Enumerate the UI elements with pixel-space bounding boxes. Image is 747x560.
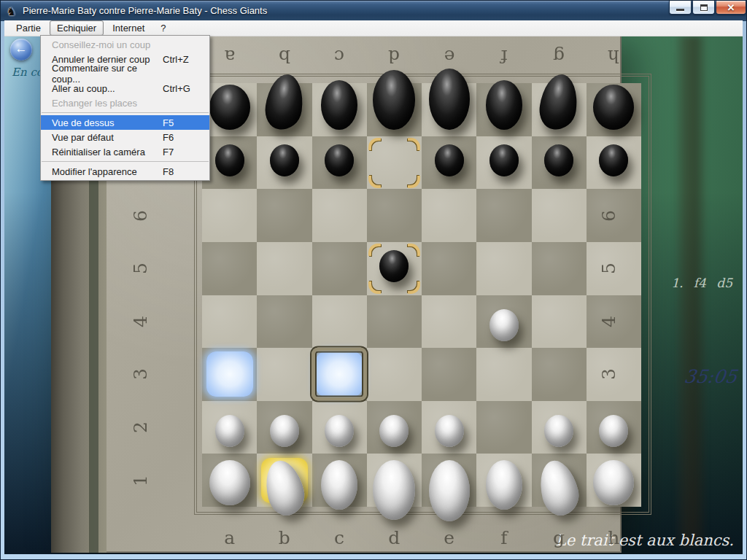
menu-item-vue-de-dessus[interactable]: Vue de dessus F5 bbox=[41, 115, 209, 130]
square-c5[interactable] bbox=[312, 242, 367, 295]
file-label-bottom-b: b bbox=[279, 527, 290, 548]
piece-white-pawn-a2[interactable] bbox=[215, 415, 244, 447]
square-f6[interactable] bbox=[476, 189, 531, 242]
square-f3[interactable] bbox=[476, 348, 531, 401]
piece-black-rook-a8[interactable] bbox=[209, 85, 250, 130]
menu-help[interactable]: ? bbox=[153, 20, 173, 36]
piece-white-rook-h1[interactable] bbox=[593, 460, 634, 505]
square-c6[interactable] bbox=[312, 189, 367, 242]
close-button[interactable]: ✕ bbox=[716, 1, 746, 15]
minimize-button[interactable] bbox=[669, 1, 692, 15]
square-e5[interactable] bbox=[422, 242, 476, 295]
square-d3[interactable] bbox=[367, 348, 422, 401]
file-label-top-e: e bbox=[444, 46, 454, 67]
rank-label-left-5: 5 bbox=[130, 262, 151, 274]
square-b3[interactable] bbox=[257, 348, 311, 401]
piece-black-pawn-c7[interactable] bbox=[325, 144, 354, 176]
menu-partie[interactable]: Partie bbox=[9, 20, 48, 36]
file-label-bottom-f: f bbox=[500, 527, 507, 548]
piece-black-pawn-d5[interactable] bbox=[379, 250, 409, 282]
piece-black-pawn-g7[interactable] bbox=[544, 144, 573, 176]
square-e6[interactable] bbox=[422, 189, 476, 242]
file-label-top-f: f bbox=[500, 46, 507, 67]
menu-item-vue-par-defaut[interactable]: Vue par défaut F6 bbox=[41, 130, 209, 144]
minimize-icon bbox=[676, 9, 684, 11]
menu-item-aller-au-coup[interactable]: Aller au coup... Ctrl+G bbox=[41, 81, 209, 96]
file-label-top-h: h bbox=[608, 46, 619, 67]
piece-white-pawn-h2[interactable] bbox=[599, 415, 628, 447]
back-button[interactable]: ← bbox=[10, 39, 32, 61]
square-e3[interactable] bbox=[422, 348, 476, 401]
file-label-top-b: b bbox=[279, 46, 290, 67]
menu-separator bbox=[42, 112, 209, 113]
file-label-bottom-e: e bbox=[444, 527, 454, 548]
menu-echiquier[interactable]: Echiquier bbox=[50, 20, 104, 36]
square-a4[interactable] bbox=[202, 295, 257, 349]
square-d4[interactable] bbox=[367, 295, 422, 349]
piece-white-queen-d1[interactable] bbox=[373, 460, 415, 520]
window-title: Pierre-Marie Baty contre Pierre-Marie Ba… bbox=[23, 5, 267, 16]
menu-item-reinitialiser-la-camera[interactable]: Réinitialiser la caméra F7 bbox=[41, 144, 209, 159]
square-g4[interactable] bbox=[532, 295, 587, 349]
piece-white-pawn-g2[interactable] bbox=[544, 415, 573, 447]
rank-label-left-3: 3 bbox=[130, 368, 151, 380]
app-icon: ♞ bbox=[7, 5, 20, 18]
piece-black-pawn-a7[interactable] bbox=[215, 144, 244, 176]
piece-white-king-e1[interactable] bbox=[429, 460, 470, 521]
rank-label-left-4: 4 bbox=[130, 316, 151, 327]
menu-item-echanger-les-places[interactable]: Echanger les places bbox=[41, 96, 209, 110]
turn-status: Le trait est aux blancs. bbox=[556, 532, 734, 549]
piece-white-rook-a1[interactable] bbox=[209, 460, 250, 505]
square-g3[interactable] bbox=[532, 348, 587, 401]
menu-internet[interactable]: Internet bbox=[105, 20, 152, 36]
square-d6[interactable] bbox=[367, 189, 422, 242]
rank-label-right-6: 6 bbox=[598, 210, 619, 222]
square-c4[interactable] bbox=[312, 295, 367, 349]
titlebar[interactable]: ♞ Pierre-Marie Baty contre Pierre-Marie … bbox=[1, 1, 746, 21]
piece-black-pawn-f7[interactable] bbox=[489, 144, 519, 176]
square-g5[interactable] bbox=[532, 242, 587, 295]
square-g6[interactable] bbox=[532, 189, 587, 242]
maximize-button[interactable] bbox=[692, 1, 715, 15]
menu-item-commentaire-sur-ce-coup[interactable]: Commentaire sur ce coup... bbox=[41, 66, 209, 81]
piece-white-pawn-f4[interactable] bbox=[489, 309, 519, 341]
square-f5[interactable] bbox=[476, 242, 531, 295]
piece-white-bishop-c1[interactable] bbox=[321, 460, 357, 510]
square-b6[interactable] bbox=[257, 189, 311, 242]
square-a5[interactable] bbox=[202, 242, 257, 295]
square-e4[interactable] bbox=[422, 295, 476, 349]
piece-black-king-e8[interactable] bbox=[429, 69, 470, 130]
menu-item-modifier-l-apparence[interactable]: Modifier l'apparence F8 bbox=[41, 164, 209, 179]
piece-black-queen-d8[interactable] bbox=[373, 70, 415, 130]
menubar: Partie Echiquier Internet ? bbox=[4, 20, 743, 36]
piece-white-pawn-b2[interactable] bbox=[270, 415, 299, 447]
file-label-bottom-a: a bbox=[224, 527, 235, 548]
rank-label-right-5: 5 bbox=[598, 262, 619, 274]
menu-separator bbox=[42, 161, 209, 162]
piece-black-pawn-b7[interactable] bbox=[270, 144, 299, 176]
app-window: ♞ Pierre-Marie Baty contre Pierre-Marie … bbox=[0, 0, 747, 560]
piece-white-bishop-f1[interactable] bbox=[486, 460, 522, 510]
piece-black-pawn-e7[interactable] bbox=[435, 144, 464, 176]
piece-black-bishop-c8[interactable] bbox=[321, 80, 357, 130]
piece-white-pawn-e2[interactable] bbox=[435, 415, 464, 447]
square-a6[interactable] bbox=[202, 189, 257, 242]
close-icon: ✕ bbox=[727, 2, 735, 13]
game-clock: 35:05 bbox=[683, 366, 738, 387]
square-b5[interactable] bbox=[257, 242, 311, 295]
rank-label-right-3: 3 bbox=[598, 368, 619, 380]
piece-white-pawn-d2[interactable] bbox=[379, 415, 409, 447]
square-b4[interactable] bbox=[257, 295, 311, 349]
board-squares bbox=[202, 83, 641, 507]
move-target-highlight-a3 bbox=[206, 351, 253, 397]
menu-item-conseillez-moi-un-coup[interactable]: Conseillez-moi un coup bbox=[41, 37, 209, 52]
rank-label-left-1: 1 bbox=[130, 475, 151, 486]
file-label-top-d: d bbox=[388, 46, 400, 67]
left-arrow-icon: ← bbox=[15, 42, 28, 55]
file-label-top-c: c bbox=[334, 46, 344, 67]
square-f2[interactable] bbox=[476, 401, 531, 454]
piece-black-rook-h8[interactable] bbox=[593, 85, 634, 130]
piece-black-pawn-h7[interactable] bbox=[599, 144, 628, 176]
piece-black-bishop-f8[interactable] bbox=[486, 80, 522, 130]
piece-white-pawn-c2[interactable] bbox=[325, 415, 354, 447]
